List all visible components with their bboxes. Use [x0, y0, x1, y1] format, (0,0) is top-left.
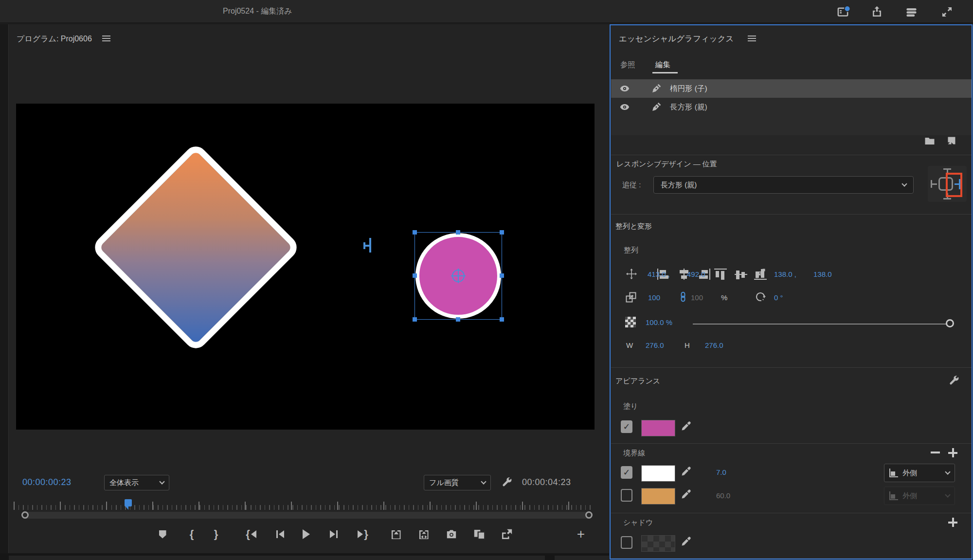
stroke1-width-value[interactable]: 7.0	[716, 468, 726, 476]
lift-button[interactable]	[388, 526, 404, 542]
layer-name: 長方形 (親)	[670, 102, 707, 112]
shadow-eyedropper-icon[interactable]	[680, 536, 692, 547]
pin-left-icon	[932, 183, 937, 185]
scrollbar-handle-right[interactable]	[585, 511, 593, 519]
selection-handle[interactable]	[456, 230, 460, 235]
step-forward-button[interactable]	[326, 526, 342, 542]
height-value[interactable]: 276.0	[705, 341, 723, 349]
eg-panel-menu-icon[interactable]	[748, 36, 756, 41]
selection-handle[interactable]	[413, 230, 417, 235]
plus-icon: +	[577, 527, 585, 541]
stroke2-color-swatch[interactable]	[641, 488, 675, 505]
appearance-wrench-icon[interactable]	[948, 375, 960, 387]
opacity-value[interactable]: 100.0 %	[646, 318, 672, 326]
stroke2-enabled-checkbox[interactable]	[621, 489, 632, 502]
tab-edit[interactable]: 編集	[655, 60, 670, 70]
chevron-down-icon	[945, 492, 950, 497]
tab-browse[interactable]: 参照	[620, 60, 635, 70]
selection-handle[interactable]	[500, 317, 504, 322]
mark-in-button[interactable]: {	[184, 526, 199, 542]
align-top-button[interactable]	[714, 269, 727, 280]
go-to-out-button[interactable]: }	[355, 526, 371, 542]
fullscreen-icon[interactable]	[940, 5, 954, 18]
anchor-y-value[interactable]: 138.0	[813, 270, 832, 278]
add-stroke-button[interactable]	[948, 448, 957, 457]
fill-enabled-checkbox[interactable]: ✓	[621, 420, 632, 433]
opacity-slider-handle[interactable]	[946, 319, 954, 327]
stroke1-eyedropper-icon[interactable]	[680, 466, 692, 477]
extract-button[interactable]	[416, 526, 432, 542]
stroke1-enabled-checkbox[interactable]: ✓	[621, 466, 632, 479]
rectangle-shape-parent[interactable]	[90, 142, 301, 353]
stroke-label: 境界線	[623, 449, 645, 458]
settings-wrench-icon[interactable]	[501, 477, 513, 488]
shadow-color-swatch[interactable]	[641, 535, 675, 552]
follow-value: 長方形 (親)	[661, 181, 697, 190]
stroke1-position-select[interactable]: 外側	[884, 464, 955, 482]
playhead[interactable]	[125, 499, 132, 506]
selection-handle[interactable]	[456, 317, 460, 322]
mark-out-button[interactable]: }	[208, 526, 224, 542]
position-y-value[interactable]: 492.0	[687, 270, 705, 278]
extract-icon	[417, 528, 431, 541]
transform-section-title: 整列と変形	[615, 222, 652, 231]
comparison-view-button[interactable]	[471, 526, 487, 542]
highlight-annotation-box	[946, 173, 962, 197]
step-back-button[interactable]	[272, 526, 288, 542]
share-export-icon[interactable]	[870, 5, 883, 18]
export-button[interactable]	[499, 526, 514, 542]
timeline-ruler[interactable]	[14, 501, 593, 510]
go-to-in-button[interactable]: {	[243, 526, 259, 542]
stroke1-color-swatch[interactable]	[641, 465, 675, 482]
align-center-vertical-button[interactable]	[735, 269, 747, 280]
selection-handle[interactable]	[413, 317, 417, 322]
anchor-x-value[interactable]: 138.0 ,	[774, 270, 796, 278]
visibility-eye-icon[interactable]	[619, 102, 630, 112]
export-frame-button[interactable]	[444, 526, 459, 542]
selection-handle[interactable]	[500, 230, 504, 235]
play-icon	[303, 529, 310, 539]
workspaces-menu-icon[interactable]	[905, 6, 918, 19]
step-back-icon	[279, 530, 284, 538]
selection-handle[interactable]	[500, 273, 504, 278]
stroke2-eyedropper-icon[interactable]	[680, 488, 692, 500]
anchor-point[interactable]	[451, 269, 466, 283]
opacity-slider-track[interactable]	[693, 324, 950, 325]
playback-quality-select[interactable]: フル画質	[424, 475, 491, 490]
play-button[interactable]	[298, 526, 314, 542]
link-scale-icon[interactable]	[678, 290, 688, 303]
chevron-down-icon	[901, 181, 907, 186]
button-editor-plus[interactable]: +	[573, 526, 589, 542]
add-marker-button[interactable]	[155, 526, 170, 542]
layer-row[interactable]: 長方形 (親)	[611, 98, 972, 116]
divider	[611, 558, 972, 559]
rotation-value[interactable]: 0 °	[774, 293, 783, 302]
program-panel-title: プログラム: Proj0606	[17, 34, 92, 44]
program-monitor-panel: プログラム: Proj0606	[0, 24, 609, 553]
shadow-enabled-checkbox[interactable]	[621, 536, 632, 549]
workspace-icon[interactable]	[837, 5, 850, 19]
new-layer-icon[interactable]	[946, 135, 957, 147]
position-x-value[interactable]: 413.0 ,	[648, 270, 670, 278]
remove-stroke-button[interactable]	[931, 452, 940, 453]
marker-icon	[159, 530, 166, 539]
visibility-eye-icon[interactable]	[619, 83, 630, 94]
pen-layer-icon	[651, 84, 661, 94]
bottom-panel-strip	[0, 553, 609, 560]
fill-eyedropper-icon[interactable]	[680, 420, 692, 432]
layer-row[interactable]: 楕円形 (子)	[611, 79, 972, 98]
program-panel-menu-icon[interactable]	[102, 36, 110, 41]
selection-handle[interactable]	[413, 273, 417, 278]
scale-x-value[interactable]: 100	[648, 293, 660, 302]
video-canvas[interactable]	[16, 104, 595, 430]
timeline-scrollbar[interactable]	[22, 512, 592, 519]
zoom-level-select[interactable]: 全体表示	[104, 475, 169, 490]
fill-color-swatch[interactable]	[641, 420, 675, 436]
current-timecode[interactable]: 00:00:00:23	[22, 477, 72, 488]
follow-select[interactable]: 長方形 (親)	[653, 176, 914, 194]
add-shadow-button[interactable]	[948, 518, 957, 527]
pin-bottom-icon	[943, 198, 951, 199]
new-folder-icon[interactable]	[923, 135, 936, 147]
scrollbar-handle-left[interactable]	[21, 511, 29, 519]
width-value[interactable]: 276.0	[646, 341, 664, 349]
